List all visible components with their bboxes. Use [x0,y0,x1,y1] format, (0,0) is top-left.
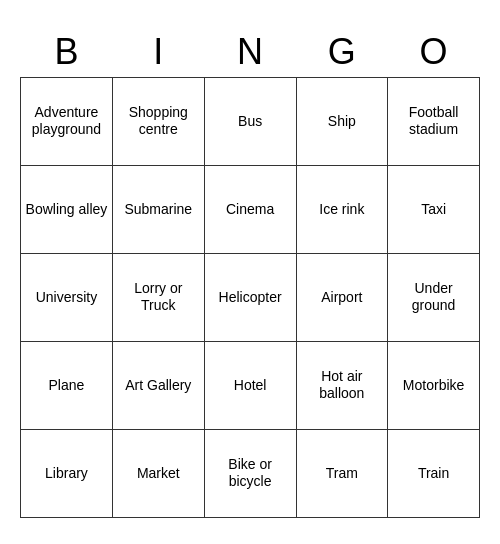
bingo-cell-2-3: Airport [296,253,388,341]
bingo-cell-1-1: Submarine [112,165,204,253]
bingo-cell-2-2: Helicopter [204,253,296,341]
header-letter-i: I [112,27,204,78]
header-letter-b: B [21,27,113,78]
header-letter-o: O [388,27,480,78]
bingo-cell-4-0: Library [21,429,113,517]
header-letter-n: N [204,27,296,78]
bingo-cell-3-2: Hotel [204,341,296,429]
bingo-row-3: PlaneArt GalleryHotelHot air balloonMoto… [21,341,480,429]
bingo-header: BINGO [21,27,480,78]
bingo-cell-4-3: Tram [296,429,388,517]
bingo-cell-2-1: Lorry or Truck [112,253,204,341]
bingo-row-1: Bowling alleySubmarineCinemaIce rinkTaxi [21,165,480,253]
bingo-cell-1-4: Taxi [388,165,480,253]
bingo-row-2: UniversityLorry or TruckHelicopterAirpor… [21,253,480,341]
bingo-cell-1-0: Bowling alley [21,165,113,253]
header-letter-g: G [296,27,388,78]
bingo-cell-0-1: Shopping centre [112,77,204,165]
bingo-cell-0-4: Football stadium [388,77,480,165]
bingo-cell-4-1: Market [112,429,204,517]
bingo-row-4: LibraryMarketBike or bicycleTramTrain [21,429,480,517]
bingo-cell-4-4: Train [388,429,480,517]
bingo-cell-2-0: University [21,253,113,341]
bingo-cell-3-4: Motorbike [388,341,480,429]
bingo-cell-3-3: Hot air balloon [296,341,388,429]
bingo-cell-0-2: Bus [204,77,296,165]
bingo-card: BINGO Adventure playgroundShopping centr… [20,27,480,518]
bingo-cell-4-2: Bike or bicycle [204,429,296,517]
bingo-cell-2-4: Under ground [388,253,480,341]
bingo-row-0: Adventure playgroundShopping centreBusSh… [21,77,480,165]
bingo-cell-3-0: Plane [21,341,113,429]
bingo-cell-1-3: Ice rink [296,165,388,253]
bingo-cell-0-3: Ship [296,77,388,165]
bingo-cell-3-1: Art Gallery [112,341,204,429]
bingo-cell-1-2: Cinema [204,165,296,253]
bingo-cell-0-0: Adventure playground [21,77,113,165]
